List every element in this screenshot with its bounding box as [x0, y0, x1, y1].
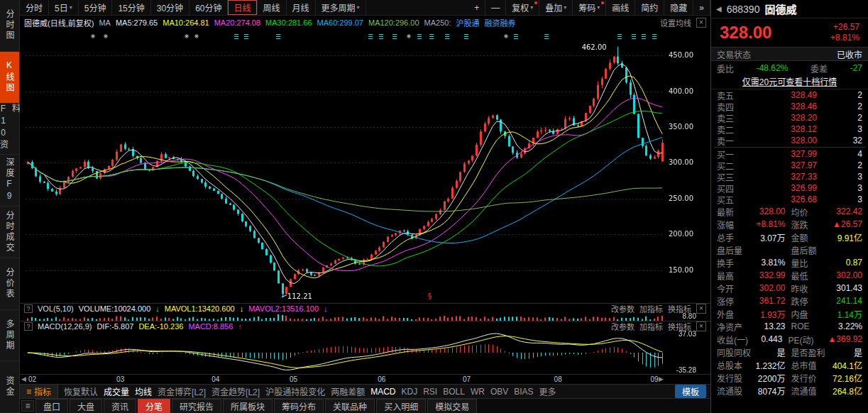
indicator-item[interactable]: 均线	[135, 385, 152, 397]
sidebar-item[interactable]: 深度F9	[0, 155, 19, 206]
bottom-tab[interactable]: 大盘	[70, 399, 102, 413]
ask-price: 328.46	[741, 101, 835, 111]
stat-value: 302.00	[831, 270, 863, 280]
indicator-item[interactable]: 资金趋势[L2]	[211, 385, 260, 397]
sidebar-item[interactable]: K线图	[0, 52, 19, 104]
indicator-action-link[interactable]: 加指标	[639, 321, 663, 332]
indicator-item[interactable]: 沪股通持股变化	[265, 385, 325, 397]
macd-value: MACD:8.856	[188, 322, 233, 331]
indicator-item[interactable]: WR	[471, 387, 485, 397]
sidebar-item[interactable]: F10资料	[0, 104, 19, 155]
close-icon[interactable]: ×	[696, 18, 706, 28]
level10-quote-link[interactable]: 仅需20元可查看十档行情	[711, 75, 868, 89]
period-button[interactable]: 周线	[258, 0, 287, 15]
period-button[interactable]: 5分钟	[79, 0, 113, 15]
stat-row: 涨停361.72跌停241.14	[711, 294, 868, 307]
indicator-item[interactable]: OBV	[490, 387, 508, 397]
bid-row[interactable]: 买四326.993	[711, 182, 868, 194]
legend-link[interactable]: 融资融券	[484, 17, 515, 28]
indicator-item[interactable]: RSI	[423, 387, 437, 397]
stat-value: 332.99	[754, 270, 786, 280]
macd-value: DEA:-10.236	[138, 322, 183, 331]
ma-settings-link[interactable]: 设置均线	[660, 17, 691, 28]
tool-button[interactable]: »	[693, 0, 710, 15]
tool-button[interactable]: 隐藏	[664, 0, 693, 15]
indicator-action-link[interactable]: 加指标	[639, 303, 663, 314]
tool-button[interactable]: 叠加▾	[539, 0, 573, 15]
indicator-item[interactable]: 两融差额	[331, 385, 365, 397]
bottom-tab[interactable]: 分笔	[138, 399, 170, 413]
bid-price: 327.33	[741, 172, 835, 182]
tool-button[interactable]: 画线	[606, 0, 635, 15]
tool-button[interactable]: —	[485, 0, 506, 15]
bid-row[interactable]: 买五326.683	[711, 194, 868, 205]
tool-button[interactable]: 筹码▾	[573, 0, 606, 15]
indicator-item[interactable]: MACD	[370, 387, 395, 397]
indicator-action-link[interactable]: 改参数	[611, 321, 634, 332]
legend-link[interactable]: 沪股通	[456, 17, 479, 28]
stat-value: +8.81%	[754, 219, 786, 229]
indicator-item[interactable]: 资金博弈[L2]	[158, 385, 206, 397]
help-icon[interactable]: ?	[24, 304, 33, 313]
indicator-menu-button[interactable]: ≡指标	[20, 385, 58, 398]
bid-row[interactable]: 买二327.972	[711, 160, 868, 171]
stat-label: 流通股	[717, 385, 754, 397]
bottom-tab[interactable]: 盘口	[35, 399, 68, 413]
period-button[interactable]: 月线	[287, 0, 316, 15]
period-button[interactable]: 15分钟	[112, 0, 150, 15]
ask-row[interactable]: 卖一328.0032	[711, 135, 868, 146]
period-button[interactable]: 60分钟	[189, 0, 228, 15]
close-icon[interactable]: ×	[696, 321, 706, 331]
bid-row[interactable]: 买一327.994	[711, 148, 868, 160]
indicator-item[interactable]: BIAS	[514, 387, 533, 397]
ask-row[interactable]: 卖三328.202	[711, 112, 868, 123]
indicator-item[interactable]: KDJ	[402, 387, 418, 397]
macd-axis-bottom: -35.28	[676, 366, 696, 374]
bid-row[interactable]: 买三327.333	[711, 171, 868, 182]
period-button[interactable]: 30分钟	[151, 0, 189, 15]
close-icon[interactable]: ×	[696, 304, 706, 314]
ask-row[interactable]: 卖五328.492	[711, 89, 868, 101]
tool-button[interactable]: 简约	[635, 0, 664, 15]
sidebar-item[interactable]: 资金	[0, 361, 19, 413]
bottom-tab[interactable]: 研究报告	[172, 399, 221, 413]
indicator-item[interactable]: 更多	[539, 385, 556, 397]
scroll-right-icon[interactable]: ▶	[659, 375, 664, 382]
sidebar-item[interactable]: 分时成交	[0, 206, 19, 258]
period-button[interactable]: 分时	[20, 0, 49, 15]
bottom-tab[interactable]: 模拟交易	[427, 399, 477, 413]
template-button[interactable]: 模板	[675, 385, 706, 398]
bottom-tab[interactable]: 买入明细	[376, 399, 426, 413]
volume-axis-max: 8.80	[683, 312, 696, 320]
tool-button[interactable]: 复权▾	[506, 0, 539, 15]
main-chart-canvas[interactable]	[20, 30, 710, 303]
ask-row[interactable]: 卖二328.123	[711, 123, 868, 135]
indicator-item[interactable]: 恢复默认	[64, 385, 98, 397]
period-button[interactable]: 5日▾	[49, 0, 79, 15]
candlestick-chart[interactable]	[20, 30, 710, 303]
period-button[interactable]: 更多周期▾	[316, 0, 366, 15]
sidebar-item[interactable]: 多周期	[0, 310, 19, 362]
bottom-tab[interactable]: 关联品种	[325, 399, 375, 413]
collapse-panel-icon[interactable]: ◀	[716, 5, 722, 13]
tool-button[interactable]: +	[468, 0, 485, 15]
sidebar-item[interactable]: 分时图	[0, 0, 19, 52]
stat-label: 发行股	[717, 372, 754, 384]
order-book: 卖五328.492卖四328.462卖三328.202卖二328.123卖一32…	[711, 89, 868, 205]
bottom-tab[interactable]: 所属板块	[223, 399, 273, 413]
layout-grid-icon[interactable]: ≡	[21, 400, 34, 412]
volume-value: MAVOL1:13420.600	[165, 304, 235, 313]
bottom-tab[interactable]: 筹码分布	[274, 399, 324, 413]
help-icon[interactable]: ?	[24, 322, 33, 331]
indicator-action-link[interactable]: 改参数	[611, 303, 634, 314]
ask-row[interactable]: 卖四328.462	[711, 101, 868, 112]
indicator-item[interactable]: BOLL	[443, 387, 465, 397]
bid-price: 327.97	[741, 160, 835, 170]
scroll-left-icon[interactable]: ◀	[21, 375, 26, 382]
stat-value: 3.81%	[754, 258, 786, 268]
trade-status-row: 交易状态 已收市	[711, 47, 868, 61]
sidebar-item[interactable]: 分价表	[0, 258, 19, 310]
bottom-tab[interactable]: 资讯	[104, 399, 136, 413]
period-button[interactable]: 日线	[228, 0, 257, 15]
indicator-item[interactable]: 成交量	[104, 385, 129, 397]
